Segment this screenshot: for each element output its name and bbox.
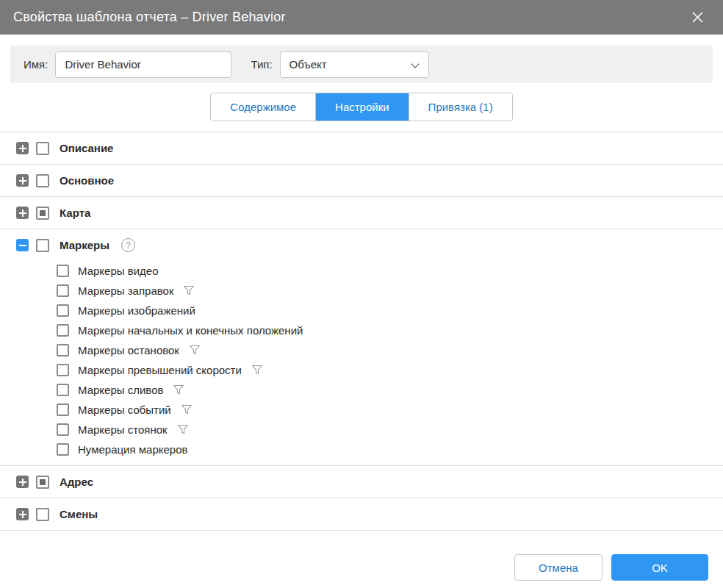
group-label: Смены bbox=[60, 508, 98, 520]
group-label: Адрес bbox=[60, 476, 93, 488]
tree-child-row: Маркеры видео bbox=[57, 261, 723, 281]
tree-group-row: Основное bbox=[0, 165, 723, 196]
group-label: Описание bbox=[60, 142, 113, 154]
close-icon bbox=[691, 11, 704, 24]
child-label: Маркеры стоянок bbox=[78, 423, 168, 436]
group-label: Маркеры bbox=[60, 239, 109, 251]
type-select-value: Объект bbox=[289, 58, 327, 71]
settings-tree: Описание Основное Карта Маркеры Маркеры bbox=[0, 132, 723, 531]
filter-icon[interactable] bbox=[177, 424, 189, 435]
child-label: Маркеры остановок bbox=[78, 344, 179, 356]
tree-group-row: Смены bbox=[0, 498, 723, 530]
tree-child-row: Маркеры остановок bbox=[57, 340, 723, 360]
tree-group-row: Карта bbox=[0, 197, 723, 229]
tab-binding[interactable]: Привязка (1) bbox=[409, 93, 512, 121]
dialog-title: Свойства шаблона отчета – Driver Behavio… bbox=[13, 10, 286, 25]
type-label: Тип: bbox=[251, 58, 272, 71]
name-input[interactable] bbox=[55, 51, 231, 78]
chevron-down-icon bbox=[411, 60, 419, 68]
tab-settings[interactable]: Настройки bbox=[315, 93, 409, 121]
tree-child-row: Маркеры изображений bbox=[57, 301, 723, 320]
group-label: Карта bbox=[60, 207, 90, 219]
tree-child-row: Нумерация маркеров bbox=[57, 440, 723, 459]
expand-toggle-icon[interactable] bbox=[16, 239, 29, 251]
group-checkbox[interactable] bbox=[36, 508, 49, 521]
child-checkbox[interactable] bbox=[57, 404, 69, 416]
name-label: Имя: bbox=[24, 58, 48, 71]
tree-group: Смены bbox=[0, 498, 723, 531]
tree-child-row: Маркеры стоянок bbox=[57, 420, 723, 440]
filter-icon[interactable] bbox=[251, 365, 263, 376]
tree-group: Маркеры Маркеры видео Маркеры заправок М… bbox=[0, 229, 723, 466]
child-label: Маркеры заправок bbox=[78, 284, 173, 297]
group-checkbox[interactable] bbox=[36, 174, 49, 187]
filter-icon[interactable] bbox=[183, 285, 195, 296]
tree-child-row: Маркеры событий bbox=[57, 400, 723, 420]
child-label: Нумерация маркеров bbox=[78, 443, 188, 456]
expand-toggle-icon[interactable] bbox=[16, 476, 29, 488]
tree-child-row: Маркеры превышений скорости bbox=[57, 360, 723, 380]
group-label: Основное bbox=[60, 174, 114, 187]
tree-group-row: Маркеры bbox=[0, 229, 723, 261]
cancel-button[interactable]: Отмена bbox=[514, 554, 602, 581]
child-checkbox[interactable] bbox=[57, 265, 69, 277]
ok-button[interactable]: OK bbox=[611, 554, 708, 581]
expand-toggle-icon[interactable] bbox=[16, 207, 29, 219]
filter-icon[interactable] bbox=[181, 404, 193, 415]
group-checkbox[interactable] bbox=[36, 207, 49, 220]
tree-group-row: Адрес bbox=[0, 466, 723, 498]
child-label: Маркеры сливов bbox=[78, 384, 163, 396]
form-band: Имя: Тип: Объект bbox=[10, 46, 713, 83]
child-label: Маркеры начальных и конечных положений bbox=[78, 324, 303, 337]
tab-contents[interactable]: Содержимое bbox=[211, 93, 315, 121]
child-checkbox[interactable] bbox=[57, 364, 69, 376]
expand-toggle-icon[interactable] bbox=[16, 142, 29, 154]
child-checkbox[interactable] bbox=[57, 304, 69, 317]
tree-group: Основное bbox=[0, 165, 723, 197]
type-select[interactable]: Объект bbox=[280, 51, 429, 78]
child-label: Маркеры видео bbox=[78, 265, 159, 277]
tree-group: Карта bbox=[0, 197, 723, 229]
filter-icon[interactable] bbox=[173, 384, 184, 395]
close-button[interactable] bbox=[685, 5, 710, 30]
group-checkbox[interactable] bbox=[36, 476, 49, 489]
tree-child-row: Маркеры начальных и конечных положений bbox=[57, 320, 723, 340]
tree-child-row: Маркеры заправок bbox=[57, 281, 723, 301]
child-checkbox[interactable] bbox=[57, 284, 69, 297]
tree-child-row: Маркеры сливов bbox=[57, 380, 723, 400]
tree-group: Описание bbox=[0, 132, 723, 165]
tree-group-row: Описание bbox=[0, 132, 723, 164]
child-label: Маркеры превышений скорости bbox=[78, 364, 242, 376]
group-checkbox[interactable] bbox=[36, 239, 49, 252]
group-children: Маркеры видео Маркеры заправок Маркеры и… bbox=[0, 261, 723, 465]
child-checkbox[interactable] bbox=[57, 443, 69, 456]
tree-group: Адрес bbox=[0, 466, 723, 498]
tabs-bar: Содержимое Настройки Привязка (1) bbox=[0, 93, 723, 121]
child-label: Маркеры событий bbox=[78, 404, 171, 416]
child-checkbox[interactable] bbox=[57, 423, 69, 436]
child-label: Маркеры изображений bbox=[78, 304, 195, 317]
child-checkbox[interactable] bbox=[57, 344, 69, 356]
help-icon[interactable] bbox=[121, 238, 135, 252]
expand-toggle-icon[interactable] bbox=[16, 174, 29, 187]
filter-icon[interactable] bbox=[189, 345, 201, 356]
expand-toggle-icon[interactable] bbox=[16, 508, 29, 520]
child-checkbox[interactable] bbox=[57, 324, 69, 337]
dialog-titlebar: Свойства шаблона отчета – Driver Behavio… bbox=[0, 0, 723, 35]
dialog-footer: Отмена OK bbox=[514, 554, 708, 581]
child-checkbox[interactable] bbox=[57, 384, 69, 396]
group-checkbox[interactable] bbox=[36, 142, 49, 155]
